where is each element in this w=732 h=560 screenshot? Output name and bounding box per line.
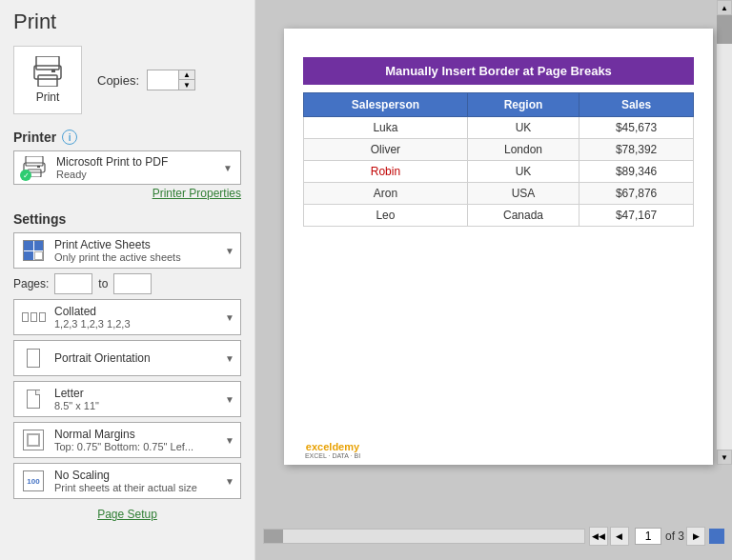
info-icon[interactable]: i xyxy=(62,130,77,145)
svg-rect-0 xyxy=(36,56,59,70)
margins-dropdown-arrow: ▼ xyxy=(225,435,234,446)
table-cell: Oliver xyxy=(304,139,468,161)
table-row: OliverLondon$78,392 xyxy=(304,139,694,161)
left-panel: Print Print Copies: 1 ▲ ▼ xyxy=(0,0,255,560)
table-row: RobinUK$89,346 xyxy=(304,161,694,183)
current-page-input[interactable] xyxy=(635,528,661,545)
table-cell: $78,392 xyxy=(580,139,694,161)
margins-text: Normal Margins Top: 0.75" Bottom: 0.75" … xyxy=(54,428,217,452)
margins-main: Normal Margins xyxy=(54,428,217,441)
copies-area: Copies: 1 ▲ ▼ xyxy=(97,70,195,90)
printer-icon-wrap: ✓ xyxy=(22,156,49,179)
copies-input-wrap: 1 ▲ ▼ xyxy=(147,70,195,90)
col-header-region: Region xyxy=(467,93,579,117)
collated-setting[interactable]: Collated 1,2,3 1,2,3 1,2,3 ▼ xyxy=(13,299,241,335)
paper-size-dropdown-arrow: ▼ xyxy=(225,394,234,405)
copies-down-button[interactable]: ▼ xyxy=(179,80,194,90)
settings-header: Settings xyxy=(13,211,241,227)
scroll-down-button[interactable]: ▼ xyxy=(717,450,732,465)
table-cell: Luka xyxy=(304,117,468,139)
table-cell: Aron xyxy=(304,183,468,205)
collated-dropdown-arrow: ▼ xyxy=(225,312,234,323)
printer-properties-link[interactable]: Printer Properties xyxy=(13,187,241,200)
active-sheets-icon xyxy=(20,237,47,264)
page-setup-link[interactable]: Page Setup xyxy=(13,508,241,521)
preview-content: Manually Insert Border at Page Breaks Sa… xyxy=(303,57,694,227)
grid-view-button[interactable] xyxy=(709,529,724,544)
col-header-sales: Sales xyxy=(580,93,694,117)
paper-size-main: Letter xyxy=(54,387,217,400)
scaling-sub: Print sheets at their actual size xyxy=(54,482,217,493)
orientation-text: Portrait Orientation xyxy=(54,351,217,365)
table-cell: Robin xyxy=(304,161,468,183)
printer-section-header: Printer i xyxy=(13,130,241,145)
scroll-up-button[interactable]: ▲ xyxy=(717,0,732,15)
orientation-setting[interactable]: Portrait Orientation ▼ xyxy=(13,340,241,376)
printer-name: Microsoft Print to PDF xyxy=(56,155,215,169)
pages-from-input[interactable] xyxy=(54,273,92,294)
collated-main: Collated xyxy=(54,305,217,318)
table-cell: Leo xyxy=(304,205,468,227)
print-button[interactable]: Print xyxy=(13,46,82,114)
page-title: Print xyxy=(13,10,241,34)
printer-info: Microsoft Print to PDF Ready xyxy=(56,155,215,180)
copies-input[interactable]: 1 xyxy=(148,70,178,90)
orientation-dropdown-arrow: ▼ xyxy=(225,353,234,364)
scaling-text: No Scaling Print sheets at their actual … xyxy=(54,469,217,493)
active-sheets-text: Print Active Sheets Only print the activ… xyxy=(54,238,217,263)
preview-table-title: Manually Insert Border at Page Breaks xyxy=(303,57,694,85)
printer-dropdown[interactable]: ✓ Microsoft Print to PDF Ready ▼ xyxy=(13,150,241,185)
printer-ready-check: ✓ xyxy=(20,170,31,181)
svg-rect-4 xyxy=(26,156,43,166)
table-row: LeoCanada$47,167 xyxy=(304,205,694,227)
table-cell: $45,673 xyxy=(580,117,694,139)
copies-up-button[interactable]: ▲ xyxy=(179,70,194,80)
orientation-icon xyxy=(20,345,47,371)
horizontal-scrollbar[interactable] xyxy=(263,529,585,544)
copies-label: Copies: xyxy=(97,73,139,88)
scaling-icon: 100 xyxy=(20,468,47,494)
scroll-thumb[interactable] xyxy=(717,15,732,44)
svg-rect-7 xyxy=(37,166,40,168)
settings-section: Settings Print Active Sheets Only print … xyxy=(13,210,241,504)
margins-sub: Top: 0.75" Bottom: 0.75" Lef... xyxy=(54,441,217,452)
first-page-button[interactable]: ◀◀ xyxy=(589,527,608,546)
table-cell: London xyxy=(467,139,579,161)
vertical-scrollbar[interactable]: ▲ ▼ xyxy=(717,0,732,465)
collated-text: Collated 1,2,3 1,2,3 1,2,3 xyxy=(54,305,217,330)
printer-section: Printer i ✓ Microsoft Print to PDF Ready… xyxy=(13,128,241,200)
table-cell: Canada xyxy=(467,205,579,227)
margins-setting[interactable]: Normal Margins Top: 0.75" Bottom: 0.75" … xyxy=(13,422,241,458)
margins-icon xyxy=(20,427,47,453)
preview-area: ▲ ▼ Manually Insert Border at Page Break… xyxy=(255,0,732,512)
print-btn-label: Print xyxy=(36,90,60,104)
prev-page-button[interactable]: ◀ xyxy=(610,527,629,546)
paper-size-icon xyxy=(20,386,47,412)
page-navigation: ◀◀ ◀ of 3 ▶ xyxy=(589,527,705,546)
paper-size-text: Letter 8.5" x 11" xyxy=(54,387,217,411)
exceldemy-watermark: exceldemy EXCEL · DATA · BI xyxy=(290,436,376,463)
page-total: of 3 xyxy=(665,530,684,543)
h-scroll-thumb[interactable] xyxy=(264,530,283,543)
svg-rect-2 xyxy=(38,75,57,87)
exceldemy-name: exceldemy xyxy=(306,441,359,452)
collated-icon xyxy=(20,304,47,330)
scroll-track xyxy=(717,15,732,450)
preview-table: Salesperson Region Sales LukaUK$45,673Ol… xyxy=(303,92,694,227)
paper-size-setting[interactable]: Letter 8.5" x 11" ▼ xyxy=(13,381,241,417)
scaling-main: No Scaling xyxy=(54,469,217,482)
right-panel: ▲ ▼ Manually Insert Border at Page Break… xyxy=(255,0,732,560)
bottom-navigation: ◀◀ ◀ of 3 ▶ xyxy=(255,512,732,560)
table-row: LukaUK$45,673 xyxy=(304,117,694,139)
table-row: AronUSA$67,876 xyxy=(304,183,694,205)
scaling-setting[interactable]: 100 No Scaling Print sheets at their act… xyxy=(13,463,241,499)
orientation-main: Portrait Orientation xyxy=(54,351,217,365)
svg-rect-3 xyxy=(51,70,55,72)
col-header-salesperson: Salesperson xyxy=(304,93,468,117)
next-page-button[interactable]: ▶ xyxy=(686,527,705,546)
pages-to-label: to xyxy=(98,277,108,290)
pages-to-input[interactable] xyxy=(113,273,152,294)
active-sheets-setting[interactable]: Print Active Sheets Only print the activ… xyxy=(13,232,241,269)
table-cell: $67,876 xyxy=(580,183,694,205)
page-indicator: of 3 xyxy=(635,528,684,545)
